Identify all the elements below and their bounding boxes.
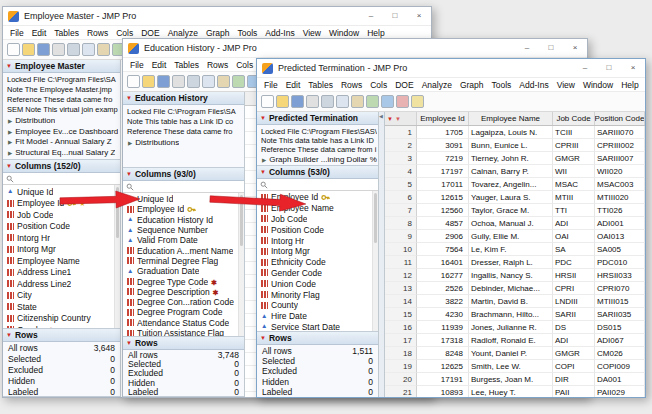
employee-name-cell[interactable]: Jones, Julianne R. bbox=[469, 321, 553, 334]
table-script-item[interactable]: Structural Eq...nual Salary Z bbox=[3, 148, 120, 159]
grid-header-job-code[interactable]: Job Code bbox=[553, 112, 595, 125]
column-item[interactable]: Hire Date bbox=[257, 311, 378, 322]
rows-stat[interactable]: All rows 1,511 bbox=[257, 346, 378, 356]
menu-item[interactable]: Tools bbox=[488, 80, 516, 90]
undo-icon[interactable] bbox=[232, 75, 245, 88]
rows-stat[interactable]: Selected 0 bbox=[3, 354, 120, 365]
scrollbar-thumb[interactable] bbox=[374, 193, 377, 243]
employee-id-cell[interactable]: 3091 bbox=[417, 139, 469, 152]
column-item[interactable]: Address Line1 bbox=[3, 267, 120, 279]
position-code-cell[interactable]: COPI009 bbox=[595, 360, 645, 373]
menu-item[interactable]: Rows bbox=[337, 80, 366, 90]
employee-id-cell[interactable]: 7564 bbox=[417, 243, 469, 256]
menu-item[interactable]: Add-Ins bbox=[261, 28, 298, 38]
column-item[interactable]: Education A...ment Name bbox=[123, 245, 244, 255]
column-item[interactable]: Service Start Date bbox=[257, 322, 378, 331]
row-number-cell[interactable]: 14 bbox=[385, 295, 417, 308]
position-code-cell[interactable]: CPRI070 bbox=[595, 282, 645, 295]
menu-item[interactable]: Edit bbox=[28, 28, 51, 38]
column-item[interactable]: Union Code bbox=[257, 278, 378, 289]
column-item[interactable]: Employee Name bbox=[3, 255, 120, 267]
disclosure-triangle-icon[interactable]: ▼ bbox=[260, 169, 266, 175]
row-number-cell[interactable]: 3 bbox=[385, 152, 417, 165]
menu-item[interactable]: View bbox=[299, 28, 325, 38]
minimize-button[interactable]: – bbox=[515, 39, 539, 57]
position-code-cell[interactable]: DS015 bbox=[595, 321, 645, 334]
save-icon[interactable] bbox=[157, 75, 170, 88]
employee-id-cell[interactable]: 2526 bbox=[417, 282, 469, 295]
menu-item[interactable]: Edit bbox=[148, 60, 171, 70]
employee-name-cell[interactable]: Brachmann, Hilto... bbox=[469, 308, 553, 321]
job-code-cell[interactable]: ADI bbox=[553, 334, 595, 347]
menu-item[interactable]: Window bbox=[579, 80, 617, 90]
column-item[interactable]: Gender bbox=[3, 324, 120, 328]
column-item[interactable]: Employee Id bbox=[257, 192, 378, 203]
employee-id-cell[interactable]: 12560 bbox=[417, 204, 469, 217]
employee-name-cell[interactable]: Taylor, Grace M. bbox=[469, 204, 553, 217]
disclosure-triangle-icon[interactable]: ▼ bbox=[260, 115, 266, 121]
print-icon[interactable] bbox=[52, 43, 65, 56]
row-number-cell[interactable]: 10 bbox=[385, 243, 417, 256]
column-item[interactable]: Position Code bbox=[3, 221, 120, 233]
menu-item[interactable]: Tables bbox=[50, 28, 83, 38]
menu-item[interactable]: Rows bbox=[83, 28, 112, 38]
paste-icon[interactable] bbox=[217, 75, 230, 88]
menu-item[interactable]: Cols bbox=[366, 80, 391, 90]
column-item[interactable]: Graduation Date bbox=[123, 266, 244, 276]
undo-icon[interactable] bbox=[366, 95, 379, 108]
row-number-cell[interactable]: 9 bbox=[385, 230, 417, 243]
position-code-cell[interactable]: SARIII070 bbox=[595, 126, 645, 139]
column-item[interactable]: Degree Description bbox=[123, 287, 244, 297]
employee-name-cell[interactable]: Calnan, Barry P. bbox=[469, 165, 553, 178]
columns-menu-icon[interactable]: ▼ bbox=[395, 116, 401, 122]
row-number-cell[interactable]: 6 bbox=[385, 191, 417, 204]
menu-item[interactable]: Tables bbox=[304, 80, 337, 90]
menu-item[interactable]: File bbox=[260, 80, 282, 90]
cut-icon[interactable] bbox=[321, 95, 334, 108]
employee-id-cell[interactable]: 16277 bbox=[417, 269, 469, 282]
rows-stat[interactable]: Excluded 0 bbox=[257, 366, 378, 376]
position-code-cell[interactable]: PDC010 bbox=[595, 256, 645, 269]
column-item[interactable]: Job Code bbox=[3, 209, 120, 221]
job-code-cell[interactable]: MTIII bbox=[553, 191, 595, 204]
employee-id-cell[interactable]: 17197 bbox=[417, 165, 469, 178]
column-item[interactable]: County bbox=[257, 300, 378, 311]
scrollbar[interactable] bbox=[372, 191, 378, 331]
employee-name-cell[interactable]: Gully, Ellie M. bbox=[469, 230, 553, 243]
close-button[interactable]: × bbox=[407, 7, 431, 25]
row-number-cell[interactable]: 18 bbox=[385, 347, 417, 360]
job-code-cell[interactable]: DS bbox=[553, 321, 595, 334]
position-code-cell[interactable]: SARIII007 bbox=[595, 152, 645, 165]
position-code-cell[interactable]: MTIII015 bbox=[595, 295, 645, 308]
employee-id-cell[interactable]: 4857 bbox=[417, 217, 469, 230]
help-icon[interactable] bbox=[411, 95, 424, 108]
new-data-table-icon[interactable] bbox=[127, 75, 140, 88]
column-item[interactable]: Degree Con...ration Code bbox=[123, 297, 244, 307]
column-item[interactable]: Employee Name bbox=[257, 203, 378, 214]
employee-id-cell[interactable]: 10893 bbox=[417, 386, 469, 397]
column-item[interactable]: Valid From Date bbox=[123, 235, 244, 245]
rows-stat[interactable]: Labeled 0 bbox=[123, 388, 244, 397]
position-code-cell[interactable]: MSAC003 bbox=[595, 178, 645, 191]
rows-stat[interactable]: Labeled 0 bbox=[3, 387, 120, 397]
scrollbar[interactable] bbox=[114, 185, 120, 328]
row-number-cell[interactable]: 21 bbox=[385, 386, 417, 397]
table-script-item[interactable]: Graph Builder ...ining Dollar % bbox=[257, 155, 378, 166]
collapse-panel-icon[interactable]: ◀ bbox=[379, 113, 383, 119]
row-number-cell[interactable]: 15 bbox=[385, 308, 417, 321]
employee-id-cell[interactable]: 17011 bbox=[417, 178, 469, 191]
column-item[interactable]: Citizenship Country bbox=[3, 313, 120, 325]
table-script-item[interactable]: Distribution bbox=[3, 116, 120, 127]
row-number-cell[interactable]: 2 bbox=[385, 139, 417, 152]
menu-item[interactable]: Cols bbox=[232, 60, 257, 70]
open-icon[interactable] bbox=[276, 95, 289, 108]
menu-item[interactable]: Help bbox=[363, 28, 388, 38]
employee-name-cell[interactable]: Debinder, Michae... bbox=[469, 282, 553, 295]
cut-icon[interactable] bbox=[187, 75, 200, 88]
row-number-cell[interactable]: 13 bbox=[385, 282, 417, 295]
row-number-cell[interactable]: 7 bbox=[385, 204, 417, 217]
employee-id-cell[interactable]: 11939 bbox=[417, 321, 469, 334]
menu-item[interactable]: Window bbox=[325, 28, 363, 38]
employee-id-cell[interactable]: 4230 bbox=[417, 308, 469, 321]
menu-item[interactable]: Analyze bbox=[164, 28, 202, 38]
